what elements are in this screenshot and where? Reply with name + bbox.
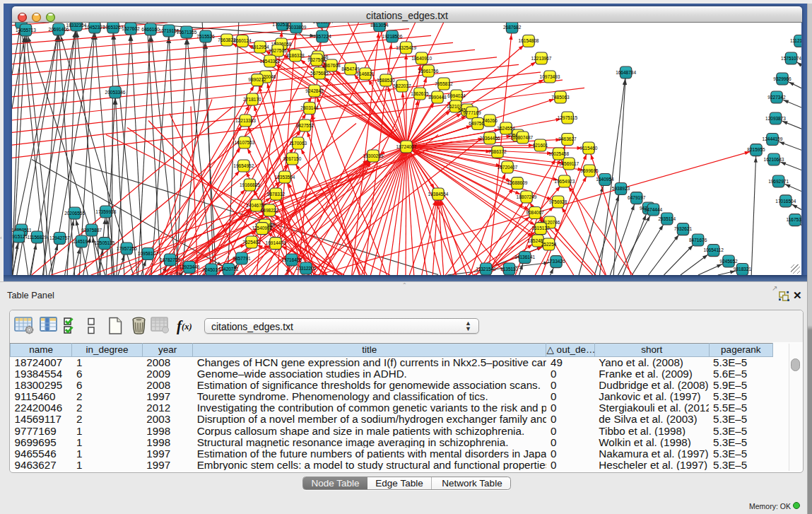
svg-text:7625402: 7625402 <box>242 239 261 244</box>
svg-text:16914479: 16914479 <box>266 240 286 245</box>
svg-text:9135110: 9135110 <box>500 266 518 271</box>
svg-text:6479197: 6479197 <box>628 195 646 200</box>
svg-text:18640910: 18640910 <box>411 55 432 60</box>
svg-text:16107553: 16107553 <box>235 139 255 144</box>
svg-text:9146821: 9146821 <box>356 71 375 76</box>
svg-text:7386372: 7386372 <box>488 149 507 154</box>
svg-text:2803144: 2803144 <box>300 105 319 110</box>
svg-text:1615132: 1615132 <box>531 226 550 230</box>
svg-text:18724007: 18724007 <box>396 144 417 148</box>
svg-text:9227342: 9227342 <box>767 94 786 99</box>
svg-text:18332354: 18332354 <box>66 23 87 28</box>
svg-text:1588520: 1588520 <box>377 77 395 82</box>
svg-text:11321540: 11321540 <box>476 266 496 271</box>
svg-text:19692971: 19692971 <box>768 178 789 183</box>
svg-text:17359938: 17359938 <box>95 209 116 214</box>
svg-text:18313204: 18313204 <box>313 23 334 24</box>
svg-text:19300295: 19300295 <box>363 153 384 158</box>
svg-text:9777169: 9777169 <box>463 110 481 115</box>
svg-text:10973493: 10973493 <box>540 74 560 78</box>
svg-text:14055713: 14055713 <box>16 27 36 32</box>
svg-text:621601: 621601 <box>533 142 548 147</box>
svg-text:10807487: 10807487 <box>512 134 533 139</box>
svg-text:3912954: 3912954 <box>251 44 269 49</box>
svg-text:2935114: 2935114 <box>658 216 676 221</box>
svg-text:93975887: 93975887 <box>81 227 102 232</box>
svg-text:11156829: 11156829 <box>28 234 47 239</box>
svg-text:8267150: 8267150 <box>283 156 302 160</box>
svg-text:16543362: 16543362 <box>260 58 281 63</box>
svg-text:12975115: 12975115 <box>558 115 578 119</box>
svg-text:1145194: 1145194 <box>73 238 90 243</box>
svg-text:7932621: 7932621 <box>674 226 693 231</box>
svg-text:2867608: 2867608 <box>322 62 341 67</box>
svg-text:6466160: 6466160 <box>141 26 160 31</box>
svg-text:17016504: 17016504 <box>775 198 796 203</box>
svg-text:10688609: 10688609 <box>507 180 528 185</box>
svg-text:16210643: 16210643 <box>764 156 784 161</box>
svg-text:9463627: 9463627 <box>558 136 577 141</box>
svg-text:9890212: 9890212 <box>248 77 266 82</box>
svg-text:9115460: 9115460 <box>580 145 598 150</box>
svg-text:11540992: 11540992 <box>252 226 273 230</box>
svg-text:19654923: 19654923 <box>554 178 575 183</box>
svg-text:252254: 252254 <box>541 241 557 246</box>
svg-text:9327508: 9327508 <box>307 57 326 62</box>
svg-text:9498222: 9498222 <box>261 207 279 212</box>
svg-text:19716485: 19716485 <box>281 257 302 262</box>
svg-text:16961756: 16961756 <box>418 68 439 73</box>
svg-text:8471676: 8471676 <box>689 237 707 242</box>
svg-text:15751074: 15751074 <box>781 55 801 60</box>
svg-text:17957255: 17957255 <box>117 245 137 250</box>
svg-text:19384554: 19384554 <box>428 191 449 196</box>
svg-text:3915121: 3915121 <box>12 233 28 238</box>
svg-text:2687682: 2687682 <box>503 24 522 29</box>
svg-text:19654952: 19654952 <box>233 163 254 168</box>
svg-text:10452327: 10452327 <box>85 24 105 29</box>
svg-text:9084067: 9084067 <box>526 210 544 215</box>
svg-text:9756928: 9756928 <box>549 199 567 204</box>
svg-text:8990448: 8990448 <box>428 94 447 99</box>
svg-text:16648784: 16648784 <box>616 69 636 74</box>
svg-text:12213967: 12213967 <box>531 55 552 60</box>
svg-text:16033809: 16033809 <box>286 24 307 29</box>
svg-text:8813054: 8813054 <box>370 23 389 28</box>
svg-text:20364456: 20364456 <box>480 135 500 140</box>
svg-text:2718170: 2718170 <box>243 96 261 101</box>
svg-text:5938923: 5938923 <box>612 186 630 191</box>
svg-text:1527602: 1527602 <box>122 25 140 30</box>
svg-text:12505135: 12505135 <box>95 240 115 245</box>
svg-text:8186328: 8186328 <box>286 52 305 57</box>
svg-text:19166825: 19166825 <box>240 182 260 187</box>
svg-text:5675685: 5675685 <box>310 70 329 75</box>
svg-text:16671355: 16671355 <box>177 29 197 34</box>
svg-text:6994024: 6994024 <box>447 93 466 98</box>
svg-text:11420731: 11420731 <box>218 267 239 271</box>
svg-text:10958107: 10958107 <box>138 251 158 256</box>
svg-text:9474444: 9474444 <box>645 206 663 211</box>
svg-text:5822037: 5822037 <box>393 83 411 88</box>
svg-text:16154808: 16154808 <box>519 38 539 43</box>
svg-text:7485063: 7485063 <box>551 94 570 99</box>
svg-text:11121231: 11121231 <box>790 38 801 43</box>
svg-text:9329966: 9329966 <box>773 76 792 81</box>
svg-text:1733426: 1733426 <box>547 259 565 264</box>
svg-text:9327505: 9327505 <box>269 47 287 52</box>
svg-text:12213383: 12213383 <box>235 117 256 122</box>
svg-text:18807249: 18807249 <box>517 194 537 199</box>
svg-text:12353594: 12353594 <box>275 174 295 179</box>
svg-text:13325419: 13325419 <box>396 45 416 49</box>
svg-text:15720407: 15720407 <box>498 164 518 169</box>
svg-text:7515526: 7515526 <box>196 33 215 38</box>
svg-text:20053346: 20053346 <box>105 89 126 94</box>
svg-text:14569117: 14569117 <box>559 160 579 165</box>
svg-text:8454749: 8454749 <box>341 66 360 71</box>
svg-text:3624554: 3624554 <box>497 125 515 130</box>
svg-text:19218506: 19218506 <box>382 33 403 38</box>
svg-text:12093873: 12093873 <box>765 115 786 120</box>
svg-text:9818321: 9818321 <box>734 267 752 271</box>
svg-text:9699695: 9699695 <box>580 168 599 173</box>
svg-text:20206555: 20206555 <box>64 210 85 215</box>
svg-text:7955812: 7955812 <box>435 81 453 86</box>
svg-text:8660124: 8660124 <box>233 38 252 43</box>
